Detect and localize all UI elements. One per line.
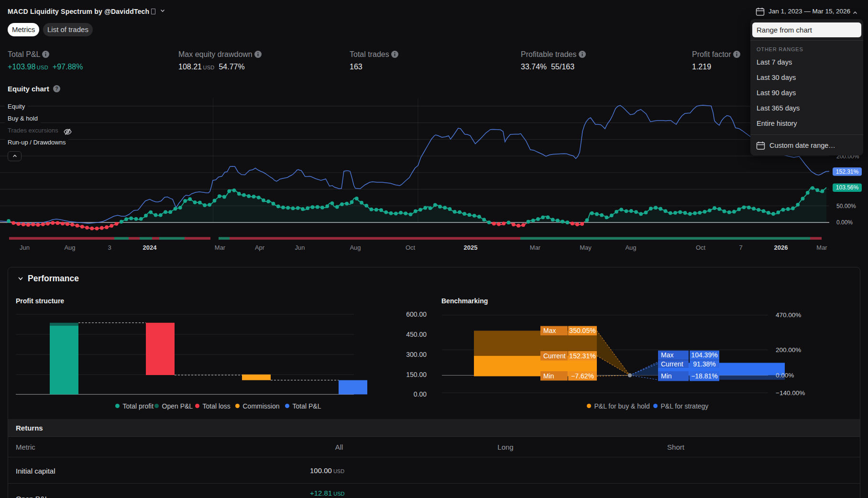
svg-text:2024: 2024: [143, 244, 157, 251]
svg-text:0.00: 0.00: [414, 390, 427, 398]
svg-text:Apr: Apr: [255, 244, 265, 251]
svg-text:Min: Min: [661, 372, 672, 380]
svg-text:−18.81%: −18.81%: [691, 372, 718, 380]
svg-text:200.00%: 200.00%: [776, 346, 801, 354]
svg-text:50.00%: 50.00%: [836, 203, 856, 210]
svg-text:150.00: 150.00: [406, 371, 427, 378]
svg-text:Oct: Oct: [696, 244, 706, 251]
svg-text:91.38%: 91.38%: [693, 360, 715, 368]
svg-text:−7.62%: −7.62%: [571, 372, 594, 380]
svg-text:Oct: Oct: [406, 244, 416, 251]
svg-text:152.31%: 152.31%: [569, 352, 595, 360]
svg-text:104.39%: 104.39%: [691, 351, 717, 359]
svg-text:Mar: Mar: [816, 244, 827, 251]
svg-text:Aug: Aug: [625, 244, 636, 251]
svg-text:?: ?: [55, 86, 58, 91]
svg-text:600.00: 600.00: [406, 310, 427, 318]
svg-text:300.00: 300.00: [406, 351, 427, 358]
svg-text:0.00%: 0.00%: [836, 219, 853, 226]
svg-text:−140.00%: −140.00%: [776, 389, 805, 397]
svg-text:Jun: Jun: [20, 244, 30, 251]
svg-text:152.31%: 152.31%: [836, 168, 859, 175]
svg-text:Aug: Aug: [64, 244, 75, 251]
svg-text:Mar: Mar: [530, 244, 541, 251]
svg-text:2026: 2026: [774, 244, 788, 251]
svg-text:Min: Min: [543, 372, 554, 380]
svg-text:Max: Max: [661, 351, 673, 359]
svg-text:2025: 2025: [464, 244, 478, 251]
svg-text:7: 7: [739, 244, 742, 251]
svg-text:470.00%: 470.00%: [776, 311, 801, 319]
svg-text:103.56%: 103.56%: [836, 184, 859, 191]
svg-text:May: May: [580, 244, 592, 251]
svg-text:Current: Current: [661, 360, 683, 368]
svg-text:Mar: Mar: [215, 244, 226, 251]
svg-text:3: 3: [108, 244, 111, 251]
svg-text:450.00: 450.00: [406, 331, 427, 338]
svg-text:0.00%: 0.00%: [776, 372, 794, 379]
svg-text:Aug: Aug: [350, 244, 361, 251]
svg-text:Jun: Jun: [295, 244, 305, 251]
svg-text:Current: Current: [543, 352, 566, 360]
svg-text:350.05%: 350.05%: [569, 327, 595, 334]
svg-text:Max: Max: [543, 327, 556, 334]
